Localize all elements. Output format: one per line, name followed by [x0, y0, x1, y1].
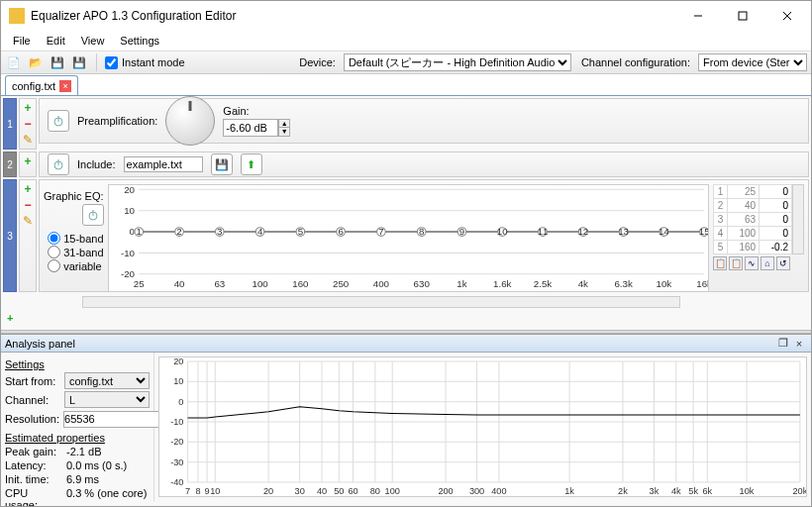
geq-label: Graphic EQ: — [44, 190, 104, 202]
tab-close-icon[interactable]: × — [59, 80, 71, 92]
start-from-label: Start from: — [5, 375, 60, 387]
geq-hscrollbar[interactable] — [82, 296, 680, 308]
add-icon[interactable]: + — [21, 101, 35, 115]
opt-15band[interactable]: 15-band — [48, 232, 103, 245]
svg-text:10: 10 — [173, 376, 183, 386]
menu-settings[interactable]: Settings — [112, 33, 167, 49]
gain-knob[interactable] — [165, 96, 215, 146]
power-icon — [51, 157, 65, 171]
svg-text:3: 3 — [217, 226, 222, 237]
svg-rect-1 — [739, 12, 747, 20]
svg-text:5k: 5k — [688, 486, 698, 496]
svg-text:20k: 20k — [792, 486, 806, 496]
svg-text:400: 400 — [491, 486, 506, 496]
tab-config[interactable]: config.txt × — [5, 75, 78, 95]
svg-text:6k: 6k — [702, 486, 712, 496]
table-scrollbar[interactable] — [792, 184, 804, 254]
svg-text:-20: -20 — [170, 437, 183, 447]
geq-controls: Graphic EQ: 15-band 31-band variable — [44, 184, 104, 272]
gain-label: Gain: — [223, 105, 290, 117]
peak-gain-value: -2.1 dB — [66, 446, 101, 457]
latency-label: Latency: — [5, 459, 62, 471]
edit-icon[interactable]: ✎ — [21, 133, 35, 147]
menu-file[interactable]: File — [5, 33, 39, 49]
geq-graph[interactable]: 20100-10-202540631001602504006301k1.6k2.… — [108, 184, 709, 292]
svg-text:9: 9 — [458, 226, 463, 237]
power-button[interactable] — [48, 110, 69, 132]
svg-text:200: 200 — [438, 486, 453, 496]
svg-text:14: 14 — [658, 226, 668, 237]
row-actions: + − ✎ — [19, 179, 37, 292]
new-icon[interactable]: 📄 — [5, 53, 23, 71]
opt-variable[interactable]: variable — [48, 259, 103, 272]
open-icon[interactable]: 📂 — [27, 53, 45, 71]
svg-text:16k: 16k — [696, 278, 708, 289]
minimize-button[interactable] — [675, 1, 720, 31]
channel-select[interactable]: L — [64, 391, 150, 408]
gain-input[interactable] — [223, 119, 278, 137]
add-icon[interactable]: + — [21, 182, 35, 196]
row-handle[interactable]: 3 — [3, 179, 17, 292]
svg-text:1k: 1k — [457, 278, 466, 289]
power-button[interactable] — [48, 153, 69, 175]
include-body: Include: 💾 ⬆ — [39, 152, 809, 177]
svg-text:11: 11 — [537, 226, 548, 237]
svg-text:4k: 4k — [577, 278, 587, 289]
svg-text:3k: 3k — [650, 486, 660, 496]
power-button[interactable] — [82, 204, 104, 226]
gain-spinner[interactable]: ▲▼ — [278, 119, 290, 137]
remove-icon[interactable]: − — [21, 198, 35, 212]
svg-text:4k: 4k — [671, 486, 681, 496]
menu-edit[interactable]: Edit — [39, 33, 73, 49]
undock-icon[interactable]: ❐ — [775, 337, 791, 350]
svg-text:630: 630 — [413, 278, 430, 289]
export-icon[interactable]: 📋 — [729, 256, 743, 270]
invert-icon[interactable]: ∿ — [745, 256, 759, 270]
svg-text:10: 10 — [124, 205, 135, 216]
instant-mode-checkbox[interactable] — [105, 56, 118, 69]
device-select[interactable]: Default (スピーカー - High Definition Audio D… — [344, 53, 571, 71]
tab-label: config.txt — [12, 80, 55, 92]
svg-text:1: 1 — [136, 226, 141, 237]
edit-icon[interactable]: ✎ — [21, 214, 35, 228]
row-handle[interactable]: 1 — [3, 98, 17, 150]
import-icon[interactable]: 📋 — [713, 256, 727, 270]
svg-text:-10: -10 — [120, 248, 135, 258]
add-icon[interactable]: + — [21, 154, 35, 168]
filter-row-preamp: 1 + − ✎ Preamplification: Gain: ▲▼ — [3, 98, 809, 150]
close-button[interactable] — [764, 1, 809, 31]
start-from-select[interactable]: config.txt — [64, 372, 150, 389]
reset-icon[interactable]: ↺ — [776, 256, 790, 270]
chancfg-select[interactable]: From device (Stereo) — [698, 53, 807, 71]
remove-icon[interactable]: − — [21, 117, 35, 131]
svg-text:1k: 1k — [564, 486, 574, 496]
row-handle[interactable]: 2 — [3, 152, 17, 177]
preamp-body: Preamplification: Gain: ▲▼ — [39, 98, 809, 144]
save-include-icon[interactable]: 💾 — [211, 153, 233, 175]
svg-text:250: 250 — [333, 278, 350, 289]
svg-text:7: 7 — [378, 226, 383, 237]
analysis-graph[interactable]: 20100-10-20-30-4078910203040506080100200… — [158, 356, 807, 497]
menu-view[interactable]: View — [73, 33, 113, 49]
instant-mode-label: Instant mode — [122, 56, 185, 68]
svg-text:100: 100 — [252, 278, 268, 289]
opt-31band[interactable]: 31-band — [48, 246, 103, 258]
resolution-label: Resolution: — [5, 413, 59, 425]
save-all-icon[interactable]: 💾 — [70, 53, 88, 71]
svg-text:15: 15 — [698, 226, 708, 237]
init-value: 6.9 ms — [66, 473, 99, 485]
open-include-icon[interactable]: ⬆ — [241, 153, 262, 175]
channel-label: Channel: — [5, 394, 60, 406]
normalize-icon[interactable]: ⌂ — [761, 256, 774, 270]
maximize-button[interactable] — [720, 1, 764, 31]
add-filter-icon[interactable]: + — [7, 312, 21, 326]
row-actions: + − ✎ — [19, 98, 37, 150]
svg-text:25: 25 — [133, 278, 144, 289]
include-file-input[interactable] — [124, 156, 203, 172]
close-panel-icon[interactable]: × — [791, 338, 807, 350]
svg-text:12: 12 — [577, 226, 588, 237]
save-icon[interactable]: 💾 — [49, 53, 66, 71]
geq-table[interactable]: 125024003630410005160-0.2 — [713, 184, 792, 254]
svg-text:7: 7 — [185, 486, 190, 496]
filter-row-geq: 3 + − ✎ Graphic EQ: 15-band 31-band vari… — [3, 179, 809, 292]
